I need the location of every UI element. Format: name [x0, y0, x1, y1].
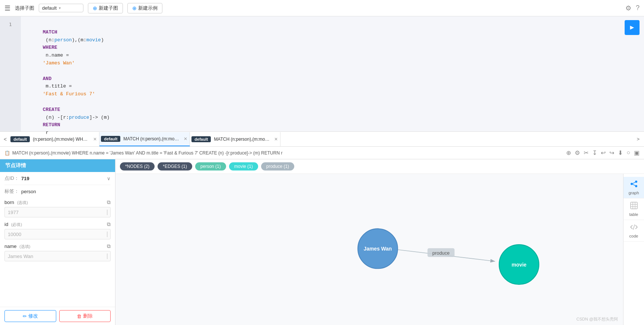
svg-line-5	[632, 184, 635, 186]
field-name: name (选填) ⧉ |	[4, 243, 111, 261]
edit-icon: ✏	[23, 313, 27, 319]
field-born-copy[interactable]: ⧉	[107, 199, 111, 205]
query-action-layout[interactable]: ⚙	[575, 149, 580, 156]
tab-prev-arrow[interactable]: <	[1, 136, 9, 142]
graph-select[interactable]: default ▾	[39, 4, 83, 12]
field-born-header: born (选填) ⧉	[4, 199, 111, 205]
svg-point-3	[635, 185, 637, 187]
menu-icon[interactable]: ☰	[4, 4, 10, 12]
field-id-copy[interactable]: ⧉	[107, 221, 111, 227]
query-action-cut[interactable]: ✂	[584, 149, 589, 156]
field-id-header: id (必填) ⧉	[4, 221, 111, 227]
new-instance-button[interactable]: ⊕ 新建示例	[127, 3, 162, 13]
field-id-input-wrap: |	[4, 229, 111, 239]
query-action-grid[interactable]: ▣	[634, 149, 640, 156]
node-id-right: ∨	[107, 176, 111, 181]
filter-tab-person[interactable]: person (1)	[195, 162, 226, 171]
node-label-movie: movie	[86, 37, 101, 43]
filter-tab-produce[interactable]: produce (1)	[261, 162, 294, 171]
field-id-tag: (必填)	[11, 222, 22, 227]
graph-label: graph	[628, 191, 639, 195]
chevron-down-icon: ▾	[59, 6, 61, 10]
query-actions: ⊕ ⚙ ✂ ↧ ↩ ↪ ⬇ ○ ▣	[566, 149, 640, 156]
svg-rect-6	[631, 202, 637, 209]
str-fast-furious: 'Fast & Furious 7'	[43, 91, 95, 97]
query-action-redo[interactable]: ↪	[609, 149, 614, 156]
label-row: 标签： person	[4, 188, 111, 195]
kw-create: CREATE	[43, 107, 60, 112]
run-button[interactable]: ▶	[625, 20, 640, 35]
code-text-10: r	[43, 130, 49, 136]
code-text-7	[43, 99, 46, 105]
sidebar-graph-view[interactable]: graph	[624, 177, 644, 198]
new-subgraph-button[interactable]: ⊕ 新建子图	[88, 3, 123, 13]
field-name-copy[interactable]: ⧉	[107, 243, 111, 249]
field-name-input[interactable]	[5, 252, 104, 261]
main-content: 节点详情 点ID： 719 ∨ 标签： person	[0, 159, 644, 325]
query-action-circle[interactable]: ○	[626, 149, 630, 156]
editor-area: 1 MATCH (n:person),(m:movie) WHERE n.nam…	[0, 16, 644, 132]
str-james-wan: 'James Wan'	[43, 60, 75, 66]
node-james-wan-label: James Wan	[364, 246, 392, 252]
graph-svg[interactable]: produce James Wan movie	[115, 174, 644, 325]
line-number-1: 1	[0, 22, 21, 27]
filter-tabs: *NODES (2) *EDGES (1) person (1) movie (…	[115, 159, 644, 174]
plus-icon: ⊕	[93, 5, 97, 11]
node-id-row: 点ID： 719 ∨	[4, 175, 111, 185]
filter-tab-movie[interactable]: movie (1)	[229, 162, 258, 171]
table-icon	[630, 201, 638, 211]
query-info-bar: 📋 MATCH (n:person),(m:movie) WHERE n.nam…	[0, 147, 644, 159]
editor-content[interactable]: MATCH (n:person),(m:movie) WHERE n.name …	[21, 16, 644, 131]
delete-label: 删除	[83, 313, 93, 319]
node-id-value: 719	[21, 176, 29, 181]
kw-where: WHERE	[43, 45, 57, 50]
top-nav: ☰ 选择子图 default ▾ ⊕ 新建子图 ⊕ 新建示例 ⚙ ?	[0, 0, 644, 16]
code-text-8: (n) -[r:	[43, 115, 69, 120]
right-sidebar: graph table	[623, 174, 644, 325]
graph-icon	[630, 180, 638, 190]
help-icon[interactable]: ?	[636, 4, 640, 12]
node-movie-label: movie	[511, 262, 526, 268]
label-value: person	[21, 189, 36, 194]
code-icon	[630, 223, 638, 233]
code-text-4: n.name =	[43, 52, 72, 58]
delete-icon: 🗑	[77, 313, 82, 319]
query-action-down[interactable]: ↧	[592, 149, 597, 156]
query-action-export[interactable]: ⬇	[618, 149, 623, 156]
new-instance-label: 新建示例	[138, 5, 158, 12]
query-action-add[interactable]: ⊕	[566, 149, 571, 156]
kw-match: MATCH	[43, 29, 57, 35]
kw-return: RETURN	[43, 122, 60, 128]
expand-icon[interactable]: ∨	[107, 176, 111, 181]
field-name-side: |	[104, 251, 110, 261]
filter-tab-edges[interactable]: *EDGES (1)	[158, 162, 192, 171]
panel-body: 点ID： 719 ∨ 标签： person born (选填)	[0, 172, 115, 307]
query-info-icon: 📋	[4, 150, 10, 156]
field-born-input-wrap: |	[4, 207, 111, 217]
node-label-person: person	[54, 37, 72, 43]
label-key: 标签：	[4, 188, 19, 195]
field-id-input[interactable]	[5, 230, 104, 239]
delete-button[interactable]: 🗑 删除	[59, 310, 111, 322]
sidebar-table-view[interactable]: table	[624, 198, 644, 220]
field-born-side: |	[104, 207, 110, 217]
code-text-5	[43, 68, 46, 74]
edit-label: 修改	[28, 313, 38, 319]
svg-point-2	[635, 181, 637, 183]
code-text-6: m.title =	[43, 83, 75, 89]
query-action-undo[interactable]: ↩	[601, 149, 606, 156]
graph-select-value: default	[42, 5, 57, 11]
filter-tab-nodes[interactable]: *NODES (2)	[120, 162, 155, 171]
field-born-input[interactable]	[5, 208, 104, 217]
code-line-1: MATCH (n:person),(m:movie) WHERE n.name …	[25, 21, 640, 145]
right-panel: *NODES (2) *EDGES (1) person (1) movie (…	[115, 159, 644, 325]
nav-right: ⚙ ?	[625, 4, 640, 12]
edit-button[interactable]: ✏ 修改	[4, 310, 56, 322]
settings-icon[interactable]: ⚙	[625, 4, 631, 12]
sidebar-code-view[interactable]: code	[624, 220, 644, 242]
plus-icon-2: ⊕	[132, 5, 137, 11]
editor-line-numbers: 1	[0, 16, 21, 131]
field-id-label: id	[4, 222, 8, 227]
field-born-tag: (选填)	[17, 200, 28, 205]
code-label: code	[629, 234, 638, 238]
